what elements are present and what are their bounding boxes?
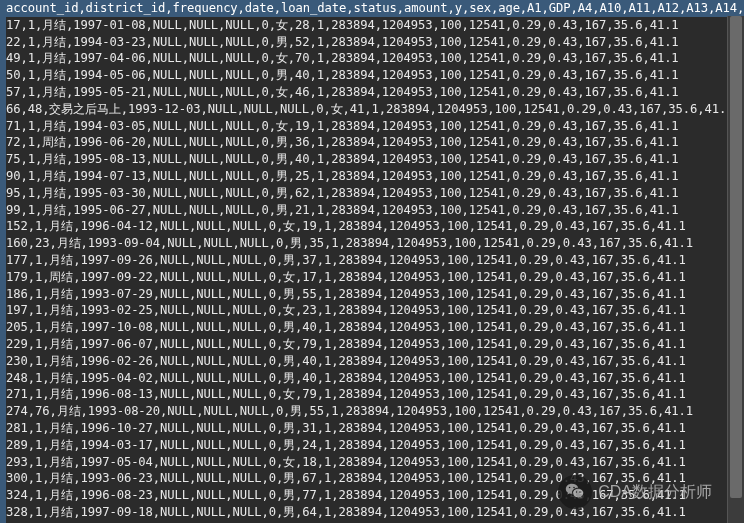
data-row[interactable]: 177,1,月结,1997-09-26,NULL,NULL,NULL,0,男,3… (6, 252, 744, 269)
data-row[interactable]: 66,48,交易之后马上,1993-12-03,NULL,NULL,NULL,0… (6, 101, 744, 118)
data-row[interactable]: 49,1,月结,1997-04-06,NULL,NULL,NULL,0,女,70… (6, 50, 744, 67)
wechat-icon (558, 475, 592, 509)
data-row[interactable]: 17,1,月结,1997-01-08,NULL,NULL,NULL,0,女,28… (6, 17, 744, 34)
text-editor[interactable]: account_id,district_id,frequency,date,lo… (0, 0, 744, 523)
data-row[interactable]: 57,1,月结,1995-05-21,NULL,NULL,NULL,0,女,46… (6, 84, 744, 101)
data-row[interactable]: 289,1,月结,1994-03-17,NULL,NULL,NULL,0,男,2… (6, 437, 744, 454)
data-row[interactable]: 152,1,月结,1996-04-12,NULL,NULL,NULL,0,女,1… (6, 218, 744, 235)
data-row[interactable]: 205,1,月结,1997-10-08,NULL,NULL,NULL,0,男,4… (6, 319, 744, 336)
data-row[interactable]: 71,1,月结,1994-03-05,NULL,NULL,NULL,0,女,19… (6, 118, 744, 135)
watermark-text: CDA数据分析师 (598, 482, 712, 503)
data-row[interactable]: 72,1,周结,1996-06-20,NULL,NULL,NULL,0,男,36… (6, 134, 744, 151)
data-row[interactable]: 95,1,月结,1995-03-30,NULL,NULL,NULL,0,男,62… (6, 185, 744, 202)
data-row[interactable]: 90,1,月结,1994-07-13,NULL,NULL,NULL,0,男,25… (6, 168, 744, 185)
vertical-scrollbar[interactable] (727, 16, 744, 523)
data-row[interactable]: 271,1,月结,1996-08-13,NULL,NULL,NULL,0,女,7… (6, 386, 744, 403)
data-row[interactable]: 179,1,周结,1997-09-22,NULL,NULL,NULL,0,女,1… (6, 269, 744, 286)
data-row[interactable]: 274,76,月结,1993-08-20,NULL,NULL,NULL,0,男,… (6, 403, 744, 420)
data-row[interactable]: 248,1,月结,1995-04-02,NULL,NULL,NULL,0,男,4… (6, 370, 744, 387)
data-row[interactable]: 99,1,月结,1995-06-27,NULL,NULL,NULL,0,男,21… (6, 202, 744, 219)
data-row[interactable]: 22,1,月结,1994-03-23,NULL,NULL,NULL,0,男,52… (6, 34, 744, 51)
data-row[interactable]: 186,1,月结,1993-07-29,NULL,NULL,NULL,0,男,5… (6, 286, 744, 303)
data-row[interactable]: 197,1,月结,1993-02-25,NULL,NULL,NULL,0,女,2… (6, 302, 744, 319)
editor-content[interactable]: account_id,district_id,frequency,date,lo… (6, 0, 744, 523)
data-row[interactable]: 75,1,月结,1995-08-13,NULL,NULL,NULL,0,男,40… (6, 151, 744, 168)
watermark: CDA数据分析师 (558, 475, 712, 509)
data-row[interactable]: 229,1,月结,1997-06-07,NULL,NULL,NULL,0,女,7… (6, 336, 744, 353)
vertical-scrollbar-thumb[interactable] (730, 16, 742, 498)
data-row[interactable]: 230,1,月结,1996-02-26,NULL,NULL,NULL,0,男,4… (6, 353, 744, 370)
data-row[interactable]: 50,1,月结,1994-05-06,NULL,NULL,NULL,0,男,40… (6, 67, 744, 84)
data-row[interactable]: 281,1,月结,1996-10-27,NULL,NULL,NULL,0,男,3… (6, 420, 744, 437)
data-row[interactable]: 293,1,月结,1997-05-04,NULL,NULL,NULL,0,女,1… (6, 454, 744, 471)
header-row[interactable]: account_id,district_id,frequency,date,lo… (6, 0, 744, 17)
data-row[interactable]: 160,23,月结,1993-09-04,NULL,NULL,NULL,0,男,… (6, 235, 744, 252)
